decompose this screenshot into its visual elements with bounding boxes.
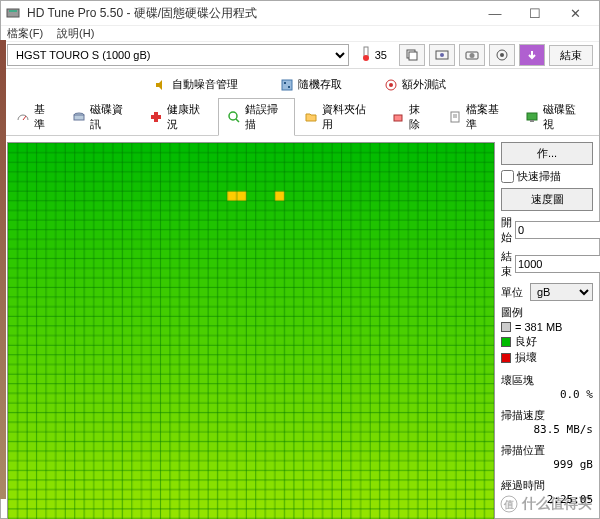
svg-rect-24: [394, 115, 402, 121]
bad-blocks-stat: 壞區塊 0.0 %: [501, 373, 593, 401]
tab-auto-noise[interactable]: 自動噪音管理: [145, 73, 247, 96]
monitor-icon: [525, 110, 539, 124]
svg-line-17: [23, 116, 26, 120]
svg-rect-19: [74, 115, 84, 120]
speed-map-button[interactable]: 速度圖: [501, 188, 593, 211]
svg-point-13: [284, 82, 286, 84]
scan-grid: [7, 142, 495, 519]
unit-select[interactable]: gB: [530, 283, 593, 301]
svg-point-9: [470, 53, 475, 58]
tab-benchmark[interactable]: 基準: [7, 98, 63, 136]
window-title: HD Tune Pro 5.50 - 硬碟/固態硬碟公用程式: [27, 5, 475, 22]
close-button[interactable]: ✕: [555, 1, 595, 25]
svg-point-14: [288, 86, 290, 88]
svg-point-11: [500, 53, 504, 57]
svg-rect-5: [409, 52, 417, 60]
toolbar: HGST TOURO S (1000 gB) 35 結束: [1, 41, 599, 69]
copy-info-button[interactable]: [399, 44, 425, 66]
scan-speed-stat: 掃描速度 83.5 MB/s: [501, 408, 593, 436]
erase-icon: [391, 110, 405, 124]
app-logo-icon: [5, 5, 21, 21]
tab-disk-monitor[interactable]: 磁碟監視: [516, 98, 593, 136]
speaker-icon: [154, 78, 168, 92]
side-panel: 作... 快速掃描 速度圖 開始 結束 單位 gB 圖例 = 381 MB: [501, 142, 593, 519]
scan-position-stat: 掃描位置 999 gB: [501, 443, 593, 471]
camera-button[interactable]: [459, 44, 485, 66]
menu-help[interactable]: 說明(H): [57, 26, 94, 41]
settings-button[interactable]: [489, 44, 515, 66]
svg-rect-1: [9, 10, 17, 12]
legend-title: 圖例: [501, 305, 593, 320]
svg-rect-28: [527, 113, 537, 120]
svg-point-3: [363, 55, 369, 61]
tabs-row-1: 自動噪音管理 隨機存取 額外測試: [1, 69, 599, 96]
tab-extra-test[interactable]: 額外測試: [375, 73, 455, 96]
end-input[interactable]: [515, 255, 600, 273]
exit-button[interactable]: 結束: [549, 45, 593, 66]
menu-bar: 檔案(F) 說明(H): [1, 26, 599, 41]
tab-random-access[interactable]: 隨機存取: [271, 73, 351, 96]
gauge-icon: [16, 110, 30, 124]
tab-error-scan[interactable]: 錯誤掃描: [218, 98, 295, 136]
svg-text:值: 值: [503, 499, 514, 510]
folder-icon: [304, 110, 318, 124]
svg-rect-29: [530, 120, 534, 122]
svg-point-16: [389, 83, 393, 87]
svg-point-7: [440, 53, 444, 57]
start-stop-button[interactable]: 作...: [501, 142, 593, 165]
disk-icon: [72, 110, 86, 124]
tab-file-benchmark[interactable]: 檔案基準: [439, 98, 516, 136]
start-label: 開始: [501, 215, 512, 245]
tab-erase[interactable]: 抹除: [382, 98, 438, 136]
dice-icon: [280, 78, 294, 92]
content-area: 作... 快速掃描 速度圖 開始 結束 單位 gB 圖例 = 381 MB: [1, 135, 599, 519]
health-icon: [149, 110, 163, 124]
svg-line-23: [236, 119, 239, 122]
menu-file[interactable]: 檔案(F): [7, 26, 43, 41]
legend: 圖例 = 381 MB 良好 損壞: [501, 305, 593, 366]
watermark: 值 什么值得买: [500, 495, 592, 513]
svg-rect-12: [282, 80, 292, 90]
start-input[interactable]: [515, 221, 600, 239]
thermometer-icon: [361, 46, 371, 64]
tab-folder-usage[interactable]: 資料夾佔用: [295, 98, 383, 136]
tab-disk-info[interactable]: 磁碟資訊: [63, 98, 140, 136]
screenshot-button[interactable]: [429, 44, 455, 66]
tab-health[interactable]: 健康狀況: [140, 98, 217, 136]
minimize-button[interactable]: —: [475, 1, 515, 25]
end-label: 結束: [501, 249, 512, 279]
search-icon: [227, 110, 241, 124]
title-bar: HD Tune Pro 5.50 - 硬碟/固態硬碟公用程式 — ☐ ✕: [1, 1, 599, 26]
maximize-button[interactable]: ☐: [515, 1, 555, 25]
quick-scan-checkbox[interactable]: 快速掃描: [501, 169, 593, 184]
drive-select[interactable]: HGST TOURO S (1000 gB): [7, 44, 349, 66]
save-button[interactable]: [519, 44, 545, 66]
tabs-row-2: 基準 磁碟資訊 健康狀況 錯誤掃描 資料夾佔用 抹除 檔案基準 磁碟監視: [1, 96, 599, 136]
unit-label: 單位: [501, 285, 527, 300]
temperature-value: 35: [375, 49, 387, 61]
svg-rect-21: [151, 115, 161, 119]
app-window: HD Tune Pro 5.50 - 硬碟/固態硬碟公用程式 — ☐ ✕ 檔案(…: [0, 0, 600, 519]
svg-point-22: [229, 112, 237, 120]
file-icon: [448, 110, 462, 124]
target-icon: [384, 78, 398, 92]
temperature-display: 35: [353, 46, 395, 64]
